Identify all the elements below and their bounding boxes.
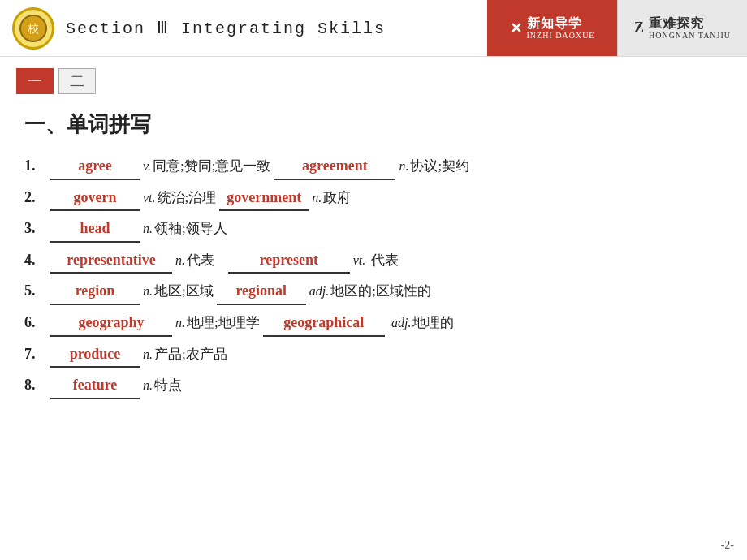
def-text: n.政府: [312, 187, 351, 210]
x-icon: ✕: [510, 19, 522, 37]
xinzhi-sub-label: INZHI DAOXUE: [527, 31, 595, 41]
vocab-list: 1. agree v.同意;赞同;意见一致 agreement n.协议;契约 …: [24, 153, 723, 399]
def-text: v.同意;赞同;意见一致: [143, 155, 270, 179]
def-text: vt.统治;治理: [143, 187, 216, 210]
logo-area: 校 Section Ⅲ Integrating Skills: [0, 7, 487, 50]
blank-region: region: [50, 278, 140, 305]
item-num: 8.: [24, 373, 47, 398]
hongnan-sub-label: HONGNAN TANJIU: [649, 31, 731, 41]
blank-head: head: [50, 216, 140, 243]
list-item: 5. region n.地区;区域 regional adj.地区的;区域性的: [24, 278, 723, 305]
def-text: n.领袖;领导人: [143, 218, 227, 241]
list-item: 6. geography n.地理;地理学 geographical adj.地…: [24, 310, 723, 337]
def-text: adj.地理的: [388, 312, 455, 335]
z-icon: Z: [634, 19, 644, 37]
tab-two[interactable]: 二: [58, 68, 96, 94]
blank-feature: feature: [50, 373, 140, 399]
list-item: 1. agree v.同意;赞同;意见一致 agreement n.协议;契约: [24, 153, 723, 180]
item-num: 5.: [24, 278, 47, 304]
blank-agreement: agreement: [274, 153, 395, 180]
def-text: adj.地区的;区域性的: [309, 280, 431, 304]
blank-geographical: geographical: [263, 310, 385, 337]
tab-one[interactable]: 一: [16, 68, 54, 94]
blank-produce: produce: [50, 342, 140, 368]
item-num: 3.: [24, 216, 47, 241]
tabs-area: 一 二: [0, 57, 747, 94]
blank-geography: geography: [50, 310, 172, 337]
hongnan-button[interactable]: Z 重难探究 HONGNAN TANJIU: [617, 0, 747, 56]
header-buttons: ✕ 新知导学 INZHI DAOXUE Z 重难探究 HONGNAN TANJI…: [487, 0, 747, 56]
hongnan-label-block: 重难探究 HONGNAN TANJIU: [649, 15, 731, 41]
def-text: n.协议;契约: [399, 155, 469, 179]
header-title: Section Ⅲ Integrating Skills: [66, 18, 386, 38]
def-text: n.产品;农产品: [143, 343, 227, 367]
item-num: 2.: [24, 185, 47, 210]
svg-text:校: 校: [27, 23, 39, 35]
list-item: 3. head n.领袖;领导人: [24, 216, 723, 243]
hongnan-main-label: 重难探究: [649, 15, 731, 31]
def-text: n.地理;地理学: [175, 312, 260, 335]
item-num: 1.: [24, 153, 47, 179]
list-item: 4. representative n.代表 represent vt. 代表: [24, 248, 723, 274]
section-title: 一、单词拼写: [24, 110, 723, 139]
item-num: 4.: [24, 248, 47, 273]
list-item: 7. produce n.产品;农产品: [24, 342, 723, 368]
blank-represent: represent: [228, 248, 350, 274]
item-num: 6.: [24, 310, 47, 335]
xinzhi-label-block: 新知导学 INZHI DAOXUE: [527, 15, 595, 41]
xinzhi-button[interactable]: ✕ 新知导学 INZHI DAOXUE: [487, 0, 617, 56]
blank-representative: representative: [50, 248, 172, 274]
list-item: 8. feature n.特点: [24, 373, 723, 399]
blank-agree: agree: [50, 153, 140, 180]
blank-govern: govern: [50, 185, 140, 212]
logo-icon: 校: [12, 7, 54, 50]
blank-government: government: [219, 185, 309, 212]
page-number: -2-: [721, 539, 734, 552]
item-num: 7.: [24, 342, 47, 367]
list-item: 2. govern vt.统治;治理 government n.政府: [24, 185, 723, 212]
main-content: 一、单词拼写 1. agree v.同意;赞同;意见一致 agreement n…: [0, 94, 747, 416]
blank-regional: regional: [217, 278, 306, 305]
def-text: n.特点: [143, 374, 182, 398]
def-text: vt. 代表: [353, 249, 399, 273]
def-text: n.地区;区域: [143, 280, 214, 304]
def-text: n.代表: [175, 249, 225, 273]
xinzhi-main-label: 新知导学: [527, 15, 595, 31]
header: 校 Section Ⅲ Integrating Skills ✕ 新知导学 IN…: [0, 0, 747, 57]
